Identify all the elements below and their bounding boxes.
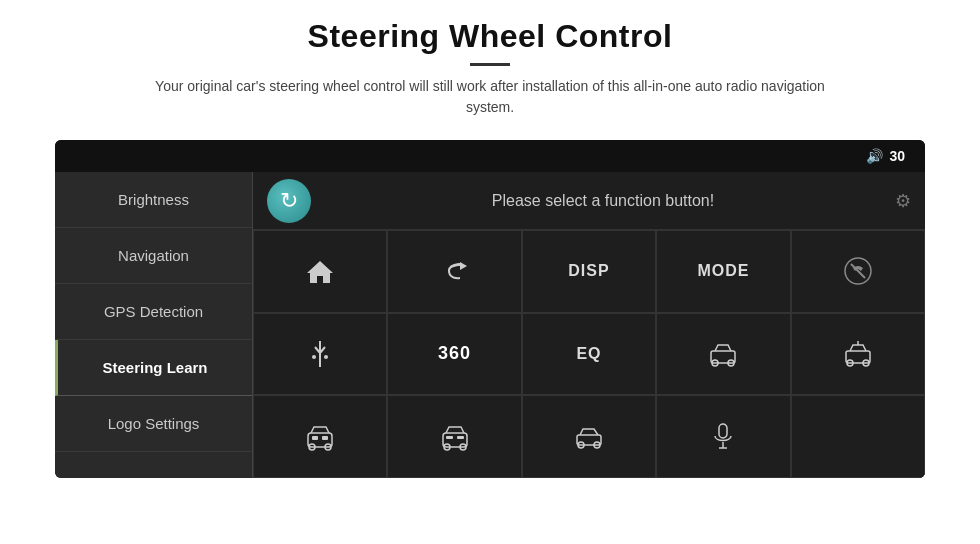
page-header: Steering Wheel Control Your original car… bbox=[0, 0, 980, 128]
refresh-button[interactable]: ↻ bbox=[267, 179, 311, 223]
function-buttons-grid: DISP MODE bbox=[253, 230, 925, 478]
svg-rect-15 bbox=[308, 433, 332, 447]
volume-icon: 🔊 bbox=[866, 148, 883, 164]
disp-label: DISP bbox=[568, 262, 609, 280]
car-back-button[interactable] bbox=[387, 395, 521, 478]
svg-rect-28 bbox=[719, 424, 727, 438]
back-button[interactable] bbox=[387, 230, 521, 313]
home-button[interactable] bbox=[253, 230, 387, 313]
sidebar-item-steering-learn[interactable]: Steering Learn bbox=[55, 340, 252, 396]
sidebar: Brightness Navigation GPS Detection Stee… bbox=[55, 172, 253, 478]
disp-button[interactable]: DISP bbox=[522, 230, 656, 313]
svg-rect-24 bbox=[457, 436, 464, 439]
svg-marker-0 bbox=[307, 261, 333, 283]
car-view-2-icon bbox=[842, 341, 874, 367]
page-title: Steering Wheel Control bbox=[60, 18, 920, 55]
status-bar: 🔊 30 bbox=[55, 140, 925, 172]
prompt-text: Please select a function button! bbox=[325, 192, 881, 210]
svg-rect-19 bbox=[322, 436, 328, 440]
title-divider bbox=[470, 63, 510, 66]
mic-button[interactable] bbox=[656, 395, 790, 478]
sidebar-item-logo-settings[interactable]: Logo Settings bbox=[55, 396, 252, 452]
svg-rect-18 bbox=[312, 436, 318, 440]
svg-rect-11 bbox=[846, 351, 870, 363]
svg-rect-8 bbox=[711, 351, 735, 363]
360-button[interactable]: 360 bbox=[387, 313, 521, 396]
svg-rect-23 bbox=[446, 436, 453, 439]
volume-number: 30 bbox=[889, 148, 905, 164]
sidebar-item-navigation[interactable]: Navigation bbox=[55, 228, 252, 284]
mode-button[interactable]: MODE bbox=[656, 230, 790, 313]
svg-point-6 bbox=[312, 355, 316, 359]
car-view-2-button[interactable] bbox=[791, 313, 925, 396]
mode-label: MODE bbox=[697, 262, 749, 280]
top-row: ↻ Please select a function button! ⚙ bbox=[253, 172, 925, 230]
content-panel: ↻ Please select a function button! ⚙ bbox=[253, 172, 925, 478]
svg-rect-25 bbox=[577, 435, 601, 445]
mic-icon bbox=[711, 422, 735, 452]
page-subtitle: Your original car's steering wheel contr… bbox=[140, 76, 840, 118]
car-front-icon bbox=[305, 423, 335, 451]
main-area: Brightness Navigation GPS Detection Stee… bbox=[55, 172, 925, 478]
car-ui-screen: 🔊 30 Brightness Navigation GPS Detection… bbox=[55, 140, 925, 478]
car-front-button[interactable] bbox=[253, 395, 387, 478]
back-icon bbox=[440, 257, 470, 285]
sidebar-item-brightness[interactable]: Brightness bbox=[55, 172, 252, 228]
settings-icon: ⚙ bbox=[895, 190, 911, 212]
360-label: 360 bbox=[438, 343, 471, 364]
eq-label: EQ bbox=[576, 345, 601, 363]
empty-button bbox=[791, 395, 925, 478]
car-side-button[interactable] bbox=[522, 395, 656, 478]
car-back-icon bbox=[440, 423, 470, 451]
page: Steering Wheel Control Your original car… bbox=[0, 0, 980, 478]
antenna-button[interactable] bbox=[253, 313, 387, 396]
svg-point-7 bbox=[324, 355, 328, 359]
eq-button[interactable]: EQ bbox=[522, 313, 656, 396]
antenna-icon bbox=[306, 339, 334, 369]
car-view-1-icon bbox=[707, 341, 739, 367]
car-side-icon bbox=[574, 423, 604, 451]
phone-off-button[interactable] bbox=[791, 230, 925, 313]
car-view-1-button[interactable] bbox=[656, 313, 790, 396]
phone-off-icon bbox=[843, 256, 873, 286]
home-icon bbox=[305, 257, 335, 285]
sidebar-item-gps-detection[interactable]: GPS Detection bbox=[55, 284, 252, 340]
svg-rect-20 bbox=[443, 433, 467, 447]
